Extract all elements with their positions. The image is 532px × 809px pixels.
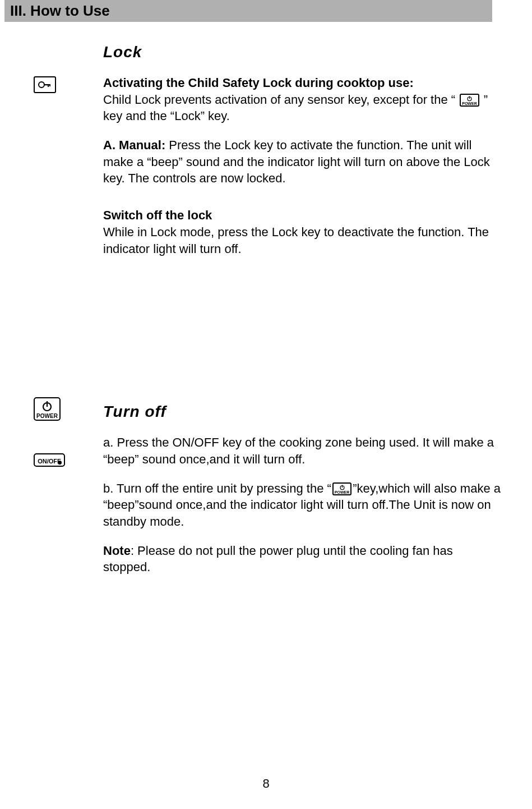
turnoff-step-a: a. Press the ON/OFF key of the cooking z… (103, 434, 501, 467)
switchoff-heading: Switch off the lock (103, 208, 212, 222)
activate-heading: Activating the Child Safety Lock during … (103, 76, 414, 90)
turnoff-section-body: a. Press the ON/OFF key of the cooking z… (103, 434, 501, 576)
svg-rect-3 (49, 84, 50, 86)
power-key-inline-icon: POWER (460, 94, 479, 107)
note-heading: Note (103, 544, 131, 558)
turnoff-section-title: Turn off (103, 403, 501, 421)
page-number: 8 (0, 776, 532, 791)
childlock-text-1: Child Lock prevents activation of any se… (103, 93, 459, 107)
manual-heading: A. Manual: (103, 138, 169, 152)
svg-rect-2 (48, 84, 49, 87)
power-icon (41, 400, 53, 412)
power-key-inline-icon-2: POWER (332, 482, 351, 495)
switchoff-text: While in Lock mode, press the Lock key t… (103, 225, 489, 256)
lock-key-icon (34, 76, 56, 93)
onoff-key-side-icon: ON/OFF (34, 453, 65, 467)
lock-section-title: Lock (103, 43, 501, 61)
section-header: III. How to Use (4, 0, 492, 22)
svg-point-0 (39, 82, 44, 88)
key-icon (38, 81, 52, 89)
power-key-side-icon: POWER (34, 397, 61, 421)
note-text: : Please do not pull the power plug unti… (103, 544, 453, 574)
indicator-dot-icon (58, 461, 62, 465)
turnoff-step-b-1: b. Turn off the entire unit by pressing … (103, 481, 331, 495)
lock-section-body: Activating the Child Safety Lock during … (103, 75, 501, 257)
